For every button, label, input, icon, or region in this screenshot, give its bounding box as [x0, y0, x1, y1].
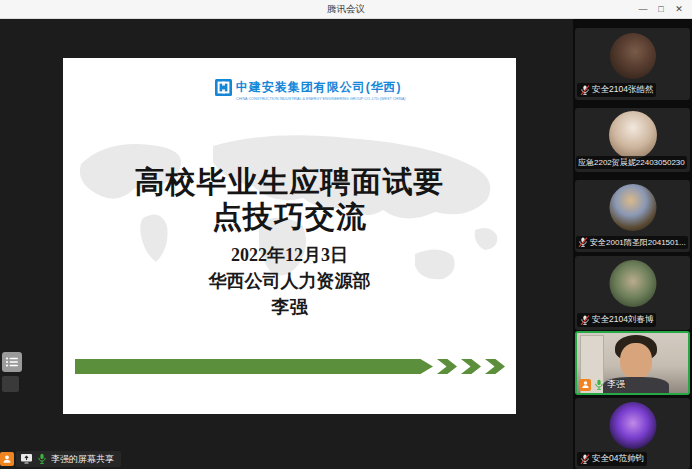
- share-status-text: 李强的屏幕共享: [51, 453, 114, 466]
- participant-tile[interactable]: 安全04范帅钧: [575, 398, 690, 469]
- participant-tile[interactable]: 安全2001隋圣阳2041501...: [575, 180, 690, 252]
- close-button[interactable]: ✕: [670, 0, 688, 19]
- person-icon: [581, 380, 590, 389]
- avatar: [609, 184, 656, 231]
- arrow-bar: [75, 359, 433, 374]
- mic-muted-icon: [580, 454, 590, 465]
- participant-name-label: 安全04范帅钧: [577, 452, 647, 466]
- slide-title: 高校毕业生应聘面试要 点技巧交流: [63, 164, 516, 234]
- avatar: [609, 111, 657, 159]
- window-title: 腾讯会议: [0, 3, 692, 16]
- maximize-button[interactable]: □: [652, 0, 670, 19]
- participant-name-label: 安全2104张皓然: [577, 83, 656, 97]
- avatar: [609, 260, 656, 307]
- avatar: [610, 33, 656, 79]
- person-icon: [2, 454, 12, 464]
- chevron-icon: [437, 359, 457, 374]
- participant-name-label: 李强: [607, 378, 625, 391]
- share-status-pill: 李强的屏幕共享: [16, 451, 121, 467]
- participant-tile[interactable]: 安全2104刘春博: [575, 256, 690, 330]
- participant-tile-speaking[interactable]: 李强: [575, 331, 690, 395]
- participant-name-label: 应急2202贺晨妮22403050230: [576, 156, 687, 169]
- slide-department: 华西公司人力资源部: [63, 268, 516, 294]
- minimize-button[interactable]: —: [634, 0, 652, 19]
- window-controls: — □ ✕: [634, 0, 688, 19]
- company-name: 中建安装集团有限公司(华西): [236, 79, 509, 96]
- tencent-meeting-window: 腾讯会议 — □ ✕: [0, 0, 692, 469]
- mic-active-icon: [594, 379, 604, 391]
- participant-name-label: 安全2104刘春博: [577, 313, 656, 327]
- slide-meta: 2022年12月3日 华西公司人力资源部 李强: [63, 242, 516, 320]
- company-logo: 中建安装集团有限公司(华西) CHINA CONSTRUCTION INDUST…: [215, 79, 509, 103]
- panel-collapse-button[interactable]: [2, 376, 19, 392]
- mic-active-icon: [37, 453, 47, 465]
- list-icon: [5, 356, 19, 368]
- participant-tile[interactable]: 应急2202贺晨妮22403050230: [575, 108, 690, 172]
- participant-status-row: 李强: [579, 378, 625, 391]
- avatar: [609, 402, 656, 449]
- titlebar: 腾讯会议 — □ ✕: [0, 0, 692, 19]
- company-name-en: CHINA CONSTRUCTION INDUSTRIAL & ENERGY E…: [236, 97, 405, 101]
- participant-list-panel-button[interactable]: [2, 352, 22, 372]
- slide-presenter: 李强: [63, 294, 516, 320]
- mic-muted-icon: [580, 85, 590, 96]
- slide-date: 2022年12月3日: [63, 242, 516, 268]
- participants-sidebar: 安全2104张皓然 应急2202贺晨妮22403050230: [573, 19, 692, 469]
- presenter-badge-icon: [579, 379, 591, 391]
- mic-muted-icon: [580, 315, 590, 326]
- slide-arrow-graphic: [75, 359, 505, 374]
- share-statusbar: 李强的屏幕共享: [0, 451, 121, 467]
- meeting-content: 中建安装集团有限公司(华西) CHINA CONSTRUCTION INDUST…: [0, 19, 692, 469]
- presenter-badge-icon: [0, 452, 14, 466]
- shared-screen-slide: 中建安装集团有限公司(华西) CHINA CONSTRUCTION INDUST…: [63, 58, 516, 414]
- company-logo-icon: [215, 79, 232, 96]
- participant-name-label: 安全2001隋圣阳2041501...: [576, 236, 688, 249]
- participant-tile[interactable]: 安全2104张皓然: [575, 28, 690, 100]
- chevron-icon: [485, 359, 505, 374]
- chevron-icon: [461, 359, 481, 374]
- slide-title-line1: 高校毕业生应聘面试要: [63, 164, 516, 199]
- mic-muted-icon: [578, 237, 588, 248]
- company-logo-text: 中建安装集团有限公司(华西) CHINA CONSTRUCTION INDUST…: [236, 79, 509, 103]
- screen-share-icon: [20, 453, 33, 465]
- slide-title-line2: 点技巧交流: [63, 199, 516, 234]
